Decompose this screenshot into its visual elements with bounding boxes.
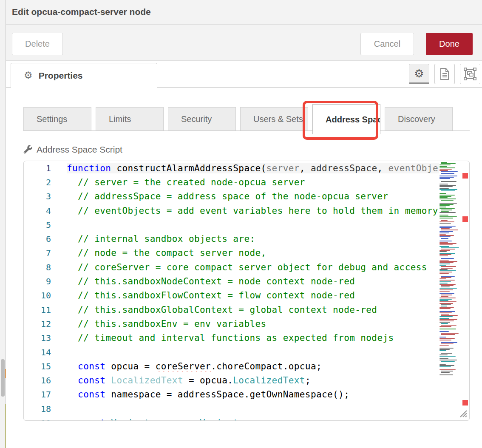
line-number: 5: [24, 220, 67, 230]
code-line[interactable]: 17 const namespace = addressSpace.getOwn…: [24, 388, 439, 402]
code-line[interactable]: 8 // coreServer = core compact server ob…: [24, 260, 439, 274]
tab-address-space[interactable]: Address Space: [312, 104, 380, 134]
minimap-row: [439, 373, 462, 374]
minimap-row: [439, 288, 457, 289]
cancel-button[interactable]: Cancel: [360, 33, 414, 55]
line-number: 9: [24, 276, 67, 286]
code-line[interactable]: 7 // node = the compact server node,: [24, 246, 439, 260]
code-line[interactable]: 9 // this.sandboxNodeContext = node cont…: [24, 274, 439, 288]
minimap-row: [441, 286, 450, 287]
minimap-row: [439, 363, 462, 363]
minimap-row: [439, 231, 453, 232]
minimap-row: [439, 311, 455, 312]
minimap-row: [441, 249, 455, 250]
minimap-row: [439, 374, 453, 375]
code-line[interactable]: 4 // eventObjects = add event variables …: [24, 204, 439, 218]
code-line[interactable]: 15 const opcua = coreServer.choreCompact…: [24, 359, 439, 373]
code-line[interactable]: 3 // addressSpace = address space of the…: [24, 190, 439, 204]
tab-limits[interactable]: Limits: [96, 107, 164, 131]
minimap-row: [439, 331, 449, 332]
code-text: const Variant = opcua.Variant;: [67, 418, 439, 421]
minimap-row: [439, 197, 448, 198]
code-line[interactable]: 11 // this.sandboxGlobalContext = global…: [24, 303, 439, 317]
code-line[interactable]: 12 // this.sandboxEnv = env variables: [24, 317, 439, 331]
code-text: // this.sandboxGlobalContext = global co…: [67, 305, 439, 315]
code-text: const LocalizedText = opcua.LocalizedTex…: [67, 375, 439, 386]
minimap-row: [439, 270, 456, 271]
minimap-row: [441, 361, 454, 362]
code-line[interactable]: 10 // this.sandboxFlowContext = flow con…: [24, 289, 439, 303]
code-line[interactable]: 6 // internal sandbox objects are:: [24, 232, 439, 246]
code-editor[interactable]: 1function constructAlarmAddressSpace(ser…: [23, 161, 470, 421]
minimap-row: [439, 244, 453, 245]
line-number: 13: [24, 333, 67, 343]
minimap-row: [441, 277, 451, 278]
minimap-row: [441, 296, 448, 297]
minimap-row: [439, 223, 451, 224]
minimap-row: [439, 338, 455, 339]
minimap-row: [439, 356, 456, 357]
tab-discovery[interactable]: Discovery: [385, 107, 453, 131]
code-text: // this.sandboxNodeContext = node contex…: [67, 276, 439, 286]
tab-users-sets[interactable]: Users & Sets: [240, 107, 308, 131]
minimap-row: [439, 177, 454, 178]
minimap-row: [439, 239, 462, 240]
minimap-row: [439, 364, 446, 365]
code-line[interactable]: 5: [24, 218, 439, 232]
appearance-icon-button[interactable]: [460, 64, 480, 84]
code-line[interactable]: 2 // server = the created node-opcua ser…: [24, 175, 439, 189]
dialog-toolbar: Delete Cancel Done: [6, 25, 482, 61]
page-scrollbar-track[interactable]: [0, 0, 6, 448]
minimap-row: [439, 185, 456, 186]
code-line[interactable]: 16 const LocalizedText = opcua.Localized…: [24, 373, 439, 387]
code-line[interactable]: 18: [24, 402, 439, 416]
minimap-row: [439, 213, 462, 214]
minimap-row: [439, 360, 457, 360]
line-number: 15: [24, 361, 67, 371]
minimap-row: [439, 358, 448, 359]
minimap-row: [441, 276, 455, 277]
minimap-row: [441, 181, 456, 182]
minimap-row: [441, 371, 453, 371]
tab-settings[interactable]: Settings: [23, 107, 91, 131]
resize-handle[interactable]: [458, 408, 468, 418]
minimap-row: [439, 345, 449, 346]
minimap-row: [439, 164, 451, 165]
minimap-row: [439, 207, 446, 207]
code-line[interactable]: 13 // timeout and interval functions as …: [24, 331, 439, 345]
minimap-row: [439, 291, 450, 292]
delete-button[interactable]: Delete: [12, 33, 63, 55]
minimap-row: [439, 272, 452, 272]
minimap-row: [439, 366, 451, 367]
minimap-row: [439, 193, 446, 194]
code-text: // coreServer = core compact server obje…: [67, 262, 439, 272]
gear-icon: ⚙: [24, 71, 33, 80]
minimap-row: [439, 303, 453, 304]
minimap-row: [441, 285, 454, 286]
code-area[interactable]: 1function constructAlarmAddressSpace(ser…: [24, 161, 439, 421]
screen: Edit opcua-compact-server node Delete Ca…: [0, 0, 482, 448]
minimap-row: [439, 196, 451, 197]
minimap-row: [439, 289, 453, 290]
minimap-row: [439, 346, 462, 347]
minimap-row: [439, 212, 456, 213]
minimap-row: [439, 307, 454, 308]
tab-properties[interactable]: ⚙ Properties: [11, 63, 157, 88]
code-line[interactable]: 19 const Variant = opcua.Variant;: [24, 416, 439, 421]
minimap-row: [439, 167, 455, 168]
minimap-row: [439, 204, 454, 205]
page-scrollbar-thumb[interactable]: [1, 359, 5, 397]
minimap-row: [439, 318, 449, 319]
tab-security[interactable]: Security: [168, 107, 236, 131]
done-button[interactable]: Done: [426, 33, 473, 55]
code-text: const opcua = coreServer.choreCompact.op…: [67, 361, 439, 371]
properties-label: Properties: [39, 71, 83, 81]
code-line[interactable]: 14: [24, 345, 439, 359]
properties-icon-button[interactable]: ⚙: [409, 64, 429, 84]
line-number: 3: [24, 191, 67, 201]
minimap-row: [439, 352, 462, 352]
minimap-row: [439, 283, 448, 284]
code-line[interactable]: 1function constructAlarmAddressSpace(ser…: [24, 161, 439, 175]
description-icon-button[interactable]: [434, 64, 455, 84]
minimap[interactable]: [439, 162, 462, 400]
